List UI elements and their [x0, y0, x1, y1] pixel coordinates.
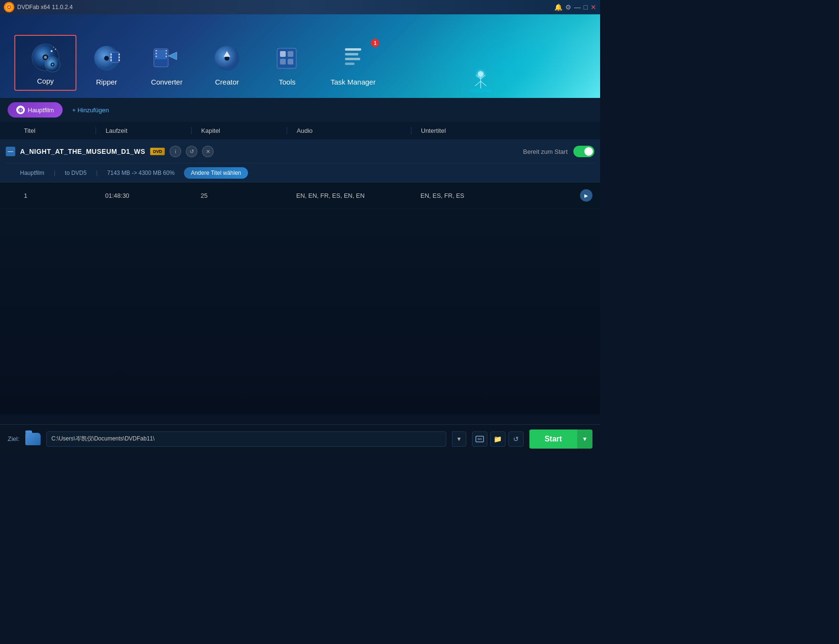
svg-rect-17 [110, 56, 112, 58]
bottom-action-buttons: ISO 📁 ↺ [472, 431, 524, 447]
svg-point-28 [166, 53, 167, 54]
nav-item-task-manager[interactable]: 1 Task Manager [317, 37, 389, 91]
svg-marker-30 [168, 52, 177, 60]
tools-label: Tools [279, 78, 295, 86]
close-disc-button[interactable]: ✕ [202, 146, 214, 157]
path-dropdown-button[interactable]: ▼ [452, 431, 466, 447]
hauptfilm-button[interactable]: ⊕ Hauptfilm [8, 102, 63, 118]
nav-item-tools[interactable]: Tools [257, 37, 317, 91]
svg-rect-18 [110, 59, 112, 61]
creator-label: Creator [215, 78, 239, 86]
refresh-path-button[interactable]: ↺ [508, 431, 524, 447]
refresh-button[interactable]: ↺ [186, 146, 197, 157]
row-number: 1 [0, 192, 96, 199]
converter-icon [150, 42, 183, 75]
svg-rect-39 [345, 48, 361, 51]
minimize-icon[interactable]: — [574, 3, 581, 11]
svg-rect-38 [288, 59, 293, 64]
svg-rect-35 [280, 51, 286, 57]
nav-items: Copy [0, 35, 600, 91]
andere-titel-button[interactable]: Andere Titel wählen [184, 167, 247, 179]
svg-text:ISO: ISO [477, 438, 482, 440]
window-controls: 🔔 ⚙ — □ ✕ [554, 3, 596, 11]
svg-point-9 [52, 64, 54, 65]
table-row: 1 01:48:30 25 EN, EN, FR, ES, EN, EN EN,… [0, 182, 600, 209]
hinzufugen-button[interactable]: + Hinzufügen [72, 107, 109, 114]
svg-point-12 [53, 47, 54, 48]
start-button[interactable]: Start [529, 429, 577, 449]
notification-icon[interactable]: 🔔 [554, 3, 562, 11]
task-manager-icon [336, 42, 370, 75]
svg-point-11 [55, 49, 56, 50]
svg-rect-16 [110, 54, 112, 55]
creator-icon [210, 42, 244, 75]
ready-section: Bereit zum Start [523, 146, 594, 157]
disc-title-text: A_NIGHT_AT_THE_MUSEUM_D1_WS [20, 148, 145, 155]
task-manager-badge: 1 [371, 39, 379, 47]
task-manager-label: Task Manager [331, 78, 376, 86]
svg-point-14 [104, 56, 109, 61]
svg-point-26 [156, 56, 157, 57]
col-laufzeit: Laufzeit [96, 127, 191, 134]
ready-toggle[interactable] [573, 146, 594, 157]
folder-open-button[interactable]: 📁 [490, 431, 506, 447]
hauptfilm-label: Hauptfilm [28, 107, 54, 114]
maximize-icon[interactable]: □ [584, 3, 588, 11]
copy-label: Copy [37, 77, 54, 85]
folder-icon[interactable] [25, 433, 41, 445]
copy-icon [29, 41, 62, 74]
svg-rect-21 [118, 59, 120, 61]
nav-item-creator[interactable]: Creator [197, 37, 257, 91]
info-button[interactable]: i [170, 146, 181, 157]
play-button[interactable]: ▶ [580, 189, 592, 202]
disc-title-row: — A_NIGHT_AT_THE_MUSEUM_D1_WS DVD i ↺ ✕ … [0, 140, 600, 182]
content-area [0, 209, 600, 414]
disc-size-info: 7143 MB -> 4300 MB 60% [107, 170, 174, 176]
settings-icon[interactable]: ⚙ [565, 3, 571, 11]
svg-point-29 [166, 56, 167, 57]
row-laufzeit: 01:48:30 [96, 192, 191, 199]
app-logo [4, 2, 14, 12]
row-kapitel: 25 [191, 192, 287, 199]
iso-icon-button[interactable]: ISO [472, 431, 487, 447]
dvd-badge: DVD [150, 148, 165, 155]
hauptfilm-plus-icon: ⊕ [16, 106, 25, 114]
svg-point-25 [156, 53, 157, 54]
converter-label: Converter [151, 78, 183, 86]
ripper-icon [90, 42, 123, 75]
col-untertitel: Untertitel [411, 127, 600, 134]
svg-point-10 [51, 50, 53, 52]
svg-point-27 [166, 50, 167, 52]
header: Copy [0, 14, 600, 98]
svg-rect-40 [345, 53, 358, 55]
svg-rect-37 [280, 59, 286, 64]
svg-rect-36 [288, 51, 293, 57]
nav-item-converter[interactable]: Converter [137, 37, 197, 91]
row-untertitel: EN, ES, FR, ES [411, 192, 580, 199]
tools-icon [270, 42, 304, 75]
disc-main-type: Hauptfilm [20, 170, 44, 176]
disc-target-format: to DVD5 [65, 170, 86, 176]
nav-item-ripper[interactable]: Ripper [76, 37, 137, 91]
app-version: 11.0.2.4 [52, 4, 73, 11]
svg-rect-42 [345, 63, 355, 65]
app-title: DVDFab x64 [17, 4, 50, 11]
row-audio: EN, EN, FR, ES, EN, EN [287, 192, 411, 199]
disc-subtitle-row: Hauptfilm | to DVD5 | 7143 MB -> 4300 MB… [6, 163, 594, 182]
start-dropdown-button[interactable]: ▼ [577, 429, 592, 449]
nav-item-copy[interactable]: Copy [14, 35, 76, 91]
svg-rect-19 [118, 54, 120, 55]
action-bar: ⊕ Hauptfilm + Hinzufügen [0, 98, 600, 122]
svg-rect-34 [277, 48, 296, 68]
title-bar: DVDFab x64 11.0.2.4 🔔 ⚙ — □ ✕ [0, 0, 600, 14]
svg-rect-41 [345, 58, 360, 60]
path-input[interactable] [46, 431, 446, 447]
svg-rect-20 [118, 56, 120, 58]
column-headers: Titel Laufzeit Kapitel Audio Untertitel [0, 122, 600, 140]
close-icon[interactable]: ✕ [591, 3, 596, 11]
ready-text: Bereit zum Start [523, 148, 568, 155]
hinzufugen-label: + Hinzufügen [72, 107, 109, 114]
minimize-disc-button[interactable]: — [6, 147, 15, 156]
svg-point-6 [44, 56, 47, 59]
bottom-bar: Ziel: ▼ ISO 📁 ↺ Start ▼ [0, 424, 600, 453]
